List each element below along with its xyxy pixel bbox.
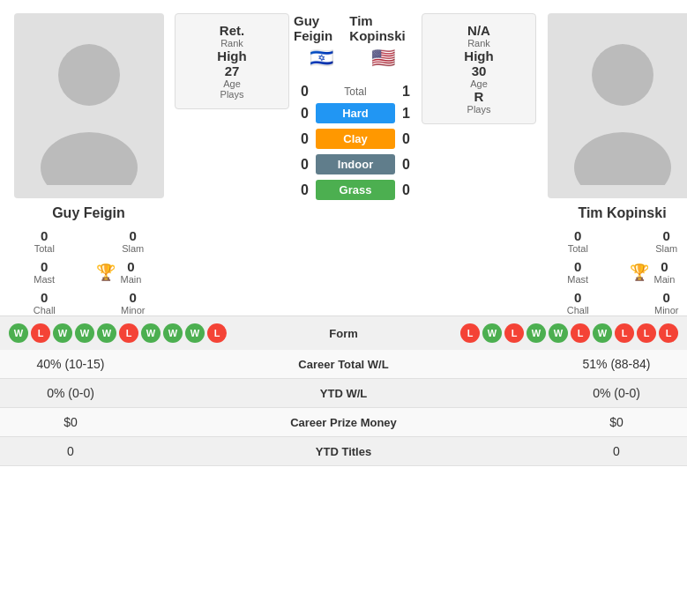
left-age-value: 27: [223, 63, 241, 78]
stats-row-0: 40% (10-15) Career Total W/L 51% (88-84): [0, 350, 687, 379]
form-badge-l: L: [207, 323, 227, 343]
stats-table: 40% (10-15) Career Total W/L 51% (88-84)…: [0, 350, 687, 466]
left-stats-grid: 0 Total 0 Slam 0 Mast 🏆 0 Main: [7, 228, 170, 315]
right-plays-label: Plays: [467, 104, 491, 115]
left-plays-label: Plays: [220, 89, 244, 100]
names-row: Guy Feigin 🇮🇱 Tim Kopinski 🇺🇸: [294, 13, 417, 77]
total-row: 0 Total 1: [294, 84, 417, 100]
center-col: Guy Feigin 🇮🇱 Tim Kopinski 🇺🇸 0 Total 1 …: [294, 13, 417, 200]
form-badge-w: W: [185, 323, 205, 343]
left-chall-label: Chall: [34, 305, 56, 315]
left-total-score: 0: [294, 84, 316, 100]
left-plays-stat: Plays: [220, 89, 244, 100]
clay-btn: Clay: [316, 129, 395, 149]
right-form-badges: LWLWWLWLLL: [460, 323, 678, 343]
left-slam: 0 Slam: [96, 228, 171, 254]
right-age-label: Age: [470, 78, 488, 89]
right-high-stat: High: [464, 48, 493, 63]
right-high-value: High: [464, 48, 493, 63]
right-rank-stat: N/A Rank: [467, 23, 490, 48]
form-badge-w: W: [75, 323, 94, 343]
svg-point-2: [592, 44, 653, 106]
right-slam-label: Slam: [655, 243, 677, 254]
stats-row-2: $0 Career Prize Money $0: [0, 408, 687, 437]
hard-row: 0 Hard 1: [294, 103, 417, 123]
form-badge-w: W: [482, 323, 502, 343]
right-hard-score: 1: [395, 106, 417, 122]
stats-right-2: $0: [564, 415, 669, 429]
total-label: Total: [316, 85, 395, 98]
grass-row: 0 Grass 0: [294, 180, 417, 200]
top-section: Guy Feigin 0 Total 0 Slam 0 Mast 🏆 0: [0, 0, 687, 315]
right-grass-score: 0: [395, 182, 417, 198]
indoor-row: 0 Indoor 0: [294, 154, 417, 174]
form-badge-l: L: [659, 323, 678, 343]
left-rank-value: Ret.: [220, 23, 244, 38]
right-clay-score: 0: [395, 131, 417, 147]
right-total-value: 0: [574, 228, 581, 243]
left-chall-value: 0: [41, 290, 48, 305]
left-hard-score: 0: [294, 106, 316, 122]
right-stats-grid: 0 Total 0 Slam 0 Mast 🏆 0 Main: [541, 228, 687, 315]
svg-point-1: [41, 132, 138, 185]
stats-right-1: 0% (0-0): [564, 386, 669, 400]
stats-label-1: YTD W/L: [123, 387, 564, 400]
left-main: 0 Main: [121, 259, 142, 285]
form-badge-l: L: [615, 323, 634, 343]
right-player-photo: [548, 13, 688, 198]
right-indoor-score: 0: [395, 157, 417, 173]
form-section: WLWWWLWWWL Form LWLWWLWLLL: [0, 315, 687, 350]
svg-point-3: [574, 132, 671, 185]
stats-right-3: 0: [564, 444, 669, 458]
right-rank-label: Rank: [467, 38, 490, 48]
right-minor-value: 0: [663, 290, 670, 305]
right-mast: 0 Mast: [541, 259, 616, 285]
stats-label-2: Career Prize Money: [123, 416, 564, 429]
left-main-value: 0: [127, 259, 134, 274]
right-slam: 0 Slam: [630, 228, 688, 254]
grass-btn: Grass: [316, 180, 395, 200]
form-badge-l: L: [31, 323, 50, 343]
form-badge-w: W: [549, 323, 568, 343]
stats-row-1: 0% (0-0) YTD W/L 0% (0-0): [0, 379, 687, 408]
left-player-name: Guy Feigin: [52, 205, 125, 221]
right-name-flag: Tim Kopinski 🇺🇸: [349, 13, 417, 73]
right-total: 0 Total: [541, 228, 616, 254]
left-minor-value: 0: [130, 290, 137, 305]
form-badge-l: L: [460, 323, 480, 343]
right-mast-label: Mast: [567, 274, 588, 285]
clay-row: 0 Clay 0: [294, 129, 417, 149]
right-total-label: Total: [568, 243, 588, 254]
left-indoor-score: 0: [294, 157, 316, 173]
right-age-value: 30: [470, 63, 488, 78]
main-container: Guy Feigin 0 Total 0 Slam 0 Mast 🏆 0: [0, 0, 687, 466]
right-middle-panel: N/A Rank High 30 Age R Plays: [422, 13, 536, 124]
form-badge-w: W: [9, 323, 28, 343]
right-mast-value: 0: [574, 259, 581, 274]
left-clay-score: 0: [294, 131, 316, 147]
form-badge-l: L: [504, 323, 524, 343]
right-trophy-icon: 🏆: [630, 263, 649, 282]
form-badge-w: W: [141, 323, 161, 343]
stats-label-3: YTD Titles: [123, 445, 564, 458]
form-badge-l: L: [571, 323, 590, 343]
stats-right-0: 51% (88-84): [564, 357, 669, 371]
left-minor-label: Minor: [121, 305, 146, 315]
form-badge-w: W: [53, 323, 72, 343]
right-main-label: Main: [654, 274, 676, 285]
right-total-score: 1: [395, 84, 417, 100]
right-trophy-row: 🏆 0 Main: [630, 259, 688, 285]
form-badge-l: L: [119, 323, 138, 343]
indoor-btn: Indoor: [316, 154, 395, 174]
right-minor: 0 Minor: [630, 290, 688, 315]
right-chall: 0 Chall: [541, 290, 616, 315]
right-center-name: Tim Kopinski: [349, 13, 417, 43]
right-chall-label: Chall: [567, 305, 589, 315]
left-total-value: 0: [41, 228, 48, 243]
form-badge-w: W: [593, 323, 612, 343]
left-high-value: High: [217, 48, 246, 63]
right-minor-label: Minor: [654, 305, 679, 315]
left-trophy-icon: 🏆: [96, 263, 116, 282]
left-player-col: Guy Feigin 0 Total 0 Slam 0 Mast 🏆 0: [7, 13, 170, 315]
stats-left-0: 40% (10-15): [18, 357, 123, 371]
